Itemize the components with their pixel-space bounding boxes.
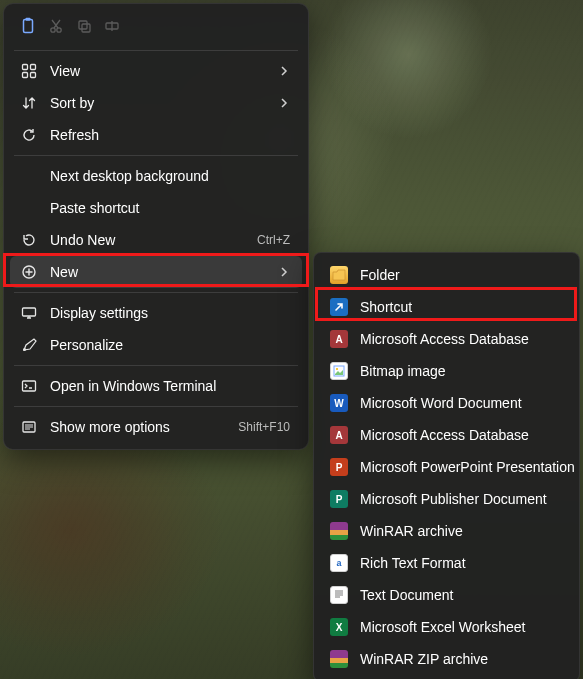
submenu-item-access-db[interactable]: A Microsoft Access Database bbox=[320, 323, 573, 355]
menu-item-view[interactable]: View bbox=[10, 55, 302, 87]
svg-rect-8 bbox=[23, 65, 28, 70]
submenu-item-powerpoint[interactable]: P Microsoft PowerPoint Presentation bbox=[320, 451, 573, 483]
submenu-item-publisher[interactable]: P Microsoft Publisher Document bbox=[320, 483, 573, 515]
submenu-item-winrar-zip[interactable]: WinRAR ZIP archive bbox=[320, 643, 573, 675]
svg-point-18 bbox=[336, 368, 338, 370]
submenu-item-text[interactable]: Text Document bbox=[320, 579, 573, 611]
blank-icon bbox=[20, 167, 38, 185]
submenu-item-shortcut[interactable]: Shortcut bbox=[320, 291, 573, 323]
new-submenu: Folder Shortcut A Microsoft Access Datab… bbox=[313, 252, 580, 679]
excel-icon: X bbox=[330, 618, 348, 636]
menu-item-show-more-options[interactable]: Show more options Shift+F10 bbox=[10, 411, 302, 443]
powerpoint-icon: P bbox=[330, 458, 348, 476]
folder-icon bbox=[330, 266, 348, 284]
menu-item-label: Open in Windows Terminal bbox=[50, 378, 290, 394]
submenu-item-label: Microsoft Access Database bbox=[360, 331, 529, 347]
copy-icon bbox=[74, 16, 94, 36]
blank-icon bbox=[20, 199, 38, 217]
svg-rect-1 bbox=[26, 18, 31, 21]
paste-icon[interactable] bbox=[18, 16, 38, 36]
submenu-item-winrar[interactable]: WinRAR archive bbox=[320, 515, 573, 547]
submenu-item-label: Microsoft Publisher Document bbox=[360, 491, 547, 507]
svg-rect-4 bbox=[79, 21, 87, 29]
chevron-right-icon bbox=[278, 266, 290, 278]
menu-item-label: Display settings bbox=[50, 305, 290, 321]
winrar-zip-icon bbox=[330, 650, 348, 668]
menu-item-label: Refresh bbox=[50, 127, 290, 143]
svg-point-14 bbox=[23, 348, 26, 351]
rename-icon bbox=[102, 16, 122, 36]
menu-item-label: Sort by bbox=[50, 95, 266, 111]
more-options-icon bbox=[20, 418, 38, 436]
view-icon bbox=[20, 62, 38, 80]
submenu-item-folder[interactable]: Folder bbox=[320, 259, 573, 291]
submenu-item-label: Shortcut bbox=[360, 299, 412, 315]
sort-icon bbox=[20, 94, 38, 112]
submenu-item-label: Folder bbox=[360, 267, 400, 283]
plus-circle-icon bbox=[20, 263, 38, 281]
submenu-item-excel[interactable]: X Microsoft Excel Worksheet bbox=[320, 611, 573, 643]
menu-item-undo[interactable]: Undo New Ctrl+Z bbox=[10, 224, 302, 256]
menu-item-open-terminal[interactable]: Open in Windows Terminal bbox=[10, 370, 302, 402]
submenu-item-rtf[interactable]: a Rich Text Format bbox=[320, 547, 573, 579]
chevron-right-icon bbox=[278, 97, 290, 109]
submenu-item-label: Microsoft Word Document bbox=[360, 395, 522, 411]
submenu-item-label: Bitmap image bbox=[360, 363, 446, 379]
svg-rect-11 bbox=[31, 73, 36, 78]
menu-item-label: Personalize bbox=[50, 337, 290, 353]
submenu-item-label: Microsoft Excel Worksheet bbox=[360, 619, 525, 635]
submenu-item-label: Microsoft PowerPoint Presentation bbox=[360, 459, 575, 475]
menu-item-sort-by[interactable]: Sort by bbox=[10, 87, 302, 119]
text-icon bbox=[330, 586, 348, 604]
svg-rect-0 bbox=[24, 20, 33, 33]
submenu-item-label: Text Document bbox=[360, 587, 453, 603]
divider bbox=[14, 50, 298, 51]
menu-item-label: Show more options bbox=[50, 419, 226, 435]
shortcut-icon bbox=[330, 298, 348, 316]
menu-item-display-settings[interactable]: Display settings bbox=[10, 297, 302, 329]
menu-item-accelerator: Ctrl+Z bbox=[257, 233, 290, 247]
divider bbox=[14, 292, 298, 293]
submenu-item-word[interactable]: W Microsoft Word Document bbox=[320, 387, 573, 419]
divider bbox=[14, 365, 298, 366]
submenu-item-label: WinRAR ZIP archive bbox=[360, 651, 488, 667]
divider bbox=[14, 155, 298, 156]
svg-rect-5 bbox=[82, 24, 90, 32]
menu-item-new[interactable]: New bbox=[10, 256, 302, 288]
menu-item-label: Next desktop background bbox=[50, 168, 290, 184]
access-icon: A bbox=[330, 426, 348, 444]
menu-item-accelerator: Shift+F10 bbox=[238, 420, 290, 434]
submenu-item-label: Rich Text Format bbox=[360, 555, 466, 571]
submenu-item-label: Microsoft Access Database bbox=[360, 427, 529, 443]
menu-item-personalize[interactable]: Personalize bbox=[10, 329, 302, 361]
menu-item-label: View bbox=[50, 63, 266, 79]
menu-item-label: Paste shortcut bbox=[50, 200, 290, 216]
refresh-icon bbox=[20, 126, 38, 144]
submenu-item-label: WinRAR archive bbox=[360, 523, 463, 539]
chevron-right-icon bbox=[278, 65, 290, 77]
cut-icon bbox=[46, 16, 66, 36]
submenu-item-bitmap[interactable]: Bitmap image bbox=[320, 355, 573, 387]
menu-item-label: New bbox=[50, 264, 266, 280]
divider bbox=[14, 406, 298, 407]
rtf-icon: a bbox=[330, 554, 348, 572]
publisher-icon: P bbox=[330, 490, 348, 508]
svg-point-2 bbox=[51, 28, 55, 32]
winrar-icon bbox=[330, 522, 348, 540]
menu-item-refresh[interactable]: Refresh bbox=[10, 119, 302, 151]
bitmap-icon bbox=[330, 362, 348, 380]
svg-point-3 bbox=[57, 28, 61, 32]
desktop-context-menu: View Sort by Refresh Next desktop backgr… bbox=[3, 3, 309, 450]
svg-rect-15 bbox=[23, 381, 36, 391]
terminal-icon bbox=[20, 377, 38, 395]
word-icon: W bbox=[330, 394, 348, 412]
svg-rect-9 bbox=[31, 65, 36, 70]
submenu-item-access-db-2[interactable]: A Microsoft Access Database bbox=[320, 419, 573, 451]
undo-icon bbox=[20, 231, 38, 249]
context-menu-toolbar bbox=[10, 10, 302, 46]
svg-rect-13 bbox=[23, 308, 36, 316]
display-icon bbox=[20, 304, 38, 322]
menu-item-next-background[interactable]: Next desktop background bbox=[10, 160, 302, 192]
svg-rect-10 bbox=[23, 73, 28, 78]
menu-item-paste-shortcut[interactable]: Paste shortcut bbox=[10, 192, 302, 224]
